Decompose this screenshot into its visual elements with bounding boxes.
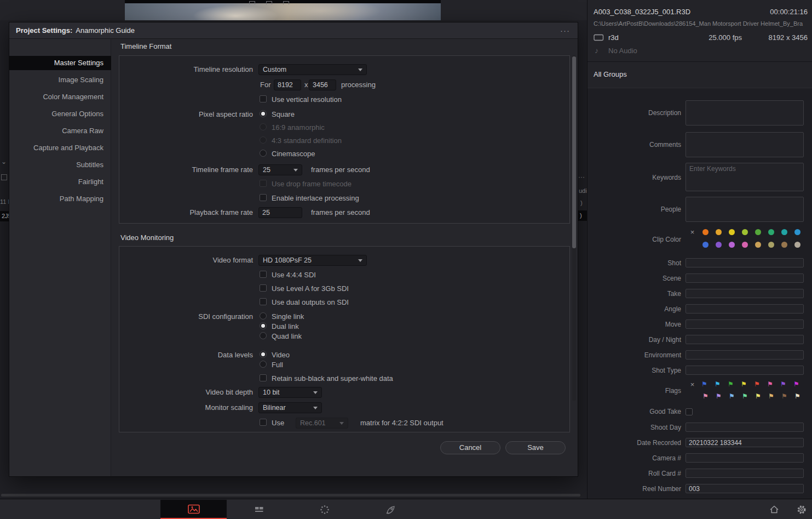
clear-clip-color-button[interactable]: × [689, 229, 695, 235]
clip-color-swatch[interactable] [716, 242, 722, 248]
page-tab-deliver[interactable] [379, 500, 401, 519]
clip-color-swatch[interactable] [742, 229, 748, 235]
sidebar-item-camera-raw[interactable]: Camera Raw [9, 124, 111, 138]
clip-color-swatch[interactable] [794, 242, 801, 248]
description-field[interactable] [686, 100, 804, 126]
timeline-width-input[interactable]: 8192 [274, 79, 301, 90]
angle-input[interactable] [686, 304, 804, 313]
sidebar-item-color-management[interactable]: Color Management [9, 90, 111, 104]
cancel-button[interactable]: Cancel [440, 441, 500, 454]
move-input[interactable] [686, 320, 804, 329]
flag-icon[interactable] [701, 381, 709, 388]
dialog-scrollbar-thumb[interactable] [572, 56, 576, 248]
flag-icon[interactable] [729, 393, 736, 400]
page-tab-color[interactable] [314, 500, 336, 519]
clip-color-swatch[interactable] [755, 242, 761, 248]
flag-icon[interactable] [767, 381, 774, 388]
sidebar-item-general-options[interactable]: General Options [9, 107, 111, 121]
page-tab-media[interactable] [160, 500, 227, 519]
timeline-frame-rate-select[interactable]: 25 [258, 164, 302, 175]
drop-frame-timecode-checkbox[interactable] [260, 180, 267, 187]
roll-card-input[interactable] [686, 469, 804, 478]
flag-icon[interactable] [780, 381, 787, 388]
clip-color-swatch[interactable] [794, 229, 801, 235]
horizontal-scrollbar[interactable] [1, 494, 580, 497]
clip-color-swatch[interactable] [781, 229, 787, 235]
date-recorded-input[interactable]: 20210322 183344 [686, 438, 804, 447]
flag-icon[interactable] [702, 393, 710, 400]
sidebar-item-capture-playback[interactable]: Capture and Playback [9, 141, 111, 155]
sidebar-item-fairlight[interactable]: Fairlight [9, 175, 111, 189]
data-levels-full-radio[interactable] [260, 361, 267, 368]
flag-icon[interactable] [716, 393, 723, 400]
save-button[interactable]: Save [505, 441, 566, 454]
video-bit-depth-select[interactable]: 10 bit [258, 387, 322, 398]
matrix-select[interactable]: Rec.601 [296, 418, 348, 429]
timeline-resolution-select[interactable]: Custom [258, 64, 367, 75]
sidebar-item-subtitles[interactable]: Subtitles [9, 158, 111, 172]
dual-outputs-sdi-checkbox[interactable] [260, 298, 267, 305]
clip-color-swatch[interactable] [768, 229, 774, 235]
dialog-scrollbar[interactable] [572, 55, 576, 401]
clear-flags-button[interactable]: × [689, 381, 695, 387]
clip-color-swatch[interactable] [742, 242, 748, 248]
clip-color-swatch[interactable] [702, 229, 709, 235]
scene-input[interactable] [686, 273, 804, 283]
single-link-radio[interactable] [260, 312, 267, 320]
sidebar-item-path-mapping[interactable]: Path Mapping [9, 192, 111, 206]
good-take-checkbox[interactable] [686, 408, 693, 415]
interlace-processing-checkbox[interactable] [260, 194, 267, 201]
clip-color-swatch[interactable] [781, 242, 787, 248]
keywords-field[interactable]: Enter Keywords [686, 163, 804, 191]
par-cinemascope-radio[interactable] [260, 150, 267, 157]
clip-color-swatch[interactable] [702, 242, 709, 248]
clip-color-swatch[interactable] [729, 229, 735, 235]
reel-number-input[interactable]: 003 [686, 484, 804, 493]
par-169-anamorphic-radio[interactable] [260, 123, 267, 130]
home-button[interactable] [767, 503, 782, 517]
dual-link-radio[interactable] [260, 322, 267, 329]
flag-icon[interactable] [794, 393, 802, 400]
flag-icon[interactable] [755, 393, 762, 400]
clip-color-swatch[interactable] [716, 229, 722, 235]
environment-input[interactable] [686, 350, 804, 360]
group-filter[interactable]: All Groups [594, 70, 627, 78]
shot-input[interactable] [686, 258, 804, 267]
clip-color-swatch[interactable] [729, 242, 735, 248]
flag-icon[interactable] [742, 393, 749, 400]
sidebar-item-master-settings[interactable]: Master Settings [9, 56, 111, 70]
clip-color-swatch[interactable] [755, 229, 761, 235]
flag-icon[interactable] [715, 381, 722, 388]
flag-icon[interactable] [741, 381, 748, 388]
use-444-sdi-checkbox[interactable] [260, 271, 267, 278]
shot-type-input[interactable] [686, 366, 804, 375]
comments-field[interactable] [686, 132, 804, 157]
level-a-3gb-sdi-checkbox[interactable] [260, 284, 267, 292]
shoot-day-input[interactable] [686, 423, 804, 432]
take-input[interactable] [686, 289, 804, 298]
data-levels-video-radio[interactable] [260, 351, 267, 358]
settings-gear-button[interactable] [794, 503, 809, 517]
flag-icon[interactable] [793, 381, 801, 388]
playback-frame-rate-input[interactable]: 25 [258, 207, 302, 218]
video-format-select[interactable]: HD 1080PsF 25 [258, 255, 367, 266]
monitor-scaling-select[interactable]: Bilinear [258, 402, 322, 413]
people-field[interactable] [686, 197, 804, 222]
page-tab-edit[interactable] [248, 500, 270, 519]
clip-color-swatch[interactable] [768, 242, 774, 248]
camera-number-input[interactable] [686, 453, 804, 463]
sidebar-item-image-scaling[interactable]: Image Scaling [9, 73, 111, 87]
use-vertical-resolution-checkbox[interactable] [260, 95, 267, 102]
retain-subblack-checkbox[interactable] [260, 374, 267, 381]
timeline-height-input[interactable]: 3456 [309, 79, 336, 90]
use-matrix-checkbox[interactable] [260, 419, 267, 426]
day-night-input[interactable] [686, 335, 804, 344]
flag-icon[interactable] [768, 393, 775, 400]
dialog-options-menu-icon[interactable]: ··· [560, 22, 570, 39]
flag-icon[interactable] [781, 393, 788, 400]
par-43-standard-radio[interactable] [260, 136, 267, 144]
flag-icon[interactable] [754, 381, 761, 388]
quad-link-radio[interactable] [260, 332, 267, 339]
flag-icon[interactable] [728, 381, 735, 388]
par-square-radio[interactable] [260, 110, 267, 117]
